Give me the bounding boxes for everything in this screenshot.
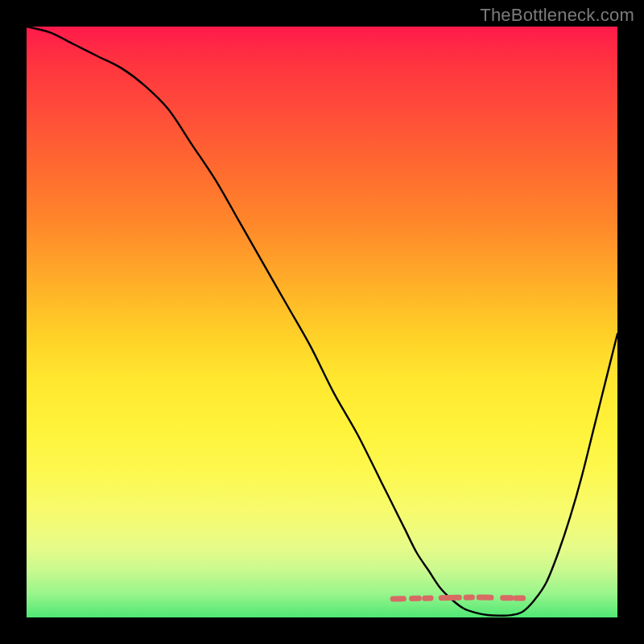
chart-frame: TheBottleneck.com: [0, 0, 644, 644]
bottleneck-curve: [27, 27, 617, 616]
plot-svg: [27, 27, 617, 617]
watermark-text: TheBottleneck.com: [480, 5, 634, 26]
optimal-range-dash: [393, 597, 522, 599]
plot-area: [27, 27, 617, 617]
